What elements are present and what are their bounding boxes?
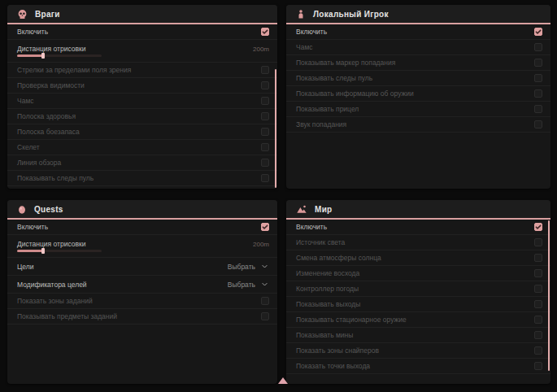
row-world-enable[interactable]: Включить: [286, 220, 550, 235]
setting-label: Стрелки за пределами поля зрения: [17, 66, 131, 74]
setting-label: Показывать предметы заданий: [17, 312, 117, 320]
checkbox-unchecked[interactable]: [534, 346, 542, 355]
checkbox-unchecked[interactable]: [534, 105, 542, 113]
setting-label: Включить: [17, 28, 48, 36]
checkbox-unchecked[interactable]: [534, 300, 542, 308]
target-modifiers-select[interactable]: Выбрать: [228, 281, 269, 289]
row-player-enable[interactable]: Включить: [286, 24, 550, 40]
setting-label: Показывать следы пуль: [296, 74, 372, 82]
panel-title: Quests: [34, 205, 63, 214]
slider-handle[interactable]: [41, 53, 45, 59]
scrollbar-thumb[interactable]: [548, 220, 550, 371]
checkbox-unchecked[interactable]: [534, 120, 542, 128]
row-quests-items[interactable]: Показывать предметы заданий: [7, 309, 277, 324]
setting-label: Линия обзора: [17, 159, 61, 167]
row-world-sun-atmosphere[interactable]: Смена атмосферы солнца: [286, 250, 550, 266]
panel-local-player: Локальный Игрок Включить Чамс Показывать…: [286, 5, 550, 189]
row-enemies-bullet-traces[interactable]: Показывать следы пуль: [7, 171, 277, 186]
row-player-hit-sound[interactable]: Звук попадания: [286, 117, 550, 133]
setting-label: Дистанция отрисовки: [17, 240, 86, 248]
row-enemies-line-of-sight[interactable]: Линия обзора: [7, 155, 277, 171]
row-world-stationary-weapons[interactable]: Показывать стационарное оружие: [286, 312, 550, 328]
setting-label: Скелет: [17, 143, 40, 151]
slider-value: 200m: [253, 46, 269, 53]
setting-label: Изменение восхода: [296, 269, 359, 277]
row-world-weather-controller[interactable]: Контроллер погоды: [286, 281, 550, 297]
draw-distance-slider[interactable]: [17, 54, 102, 57]
setting-label: Показывать мины: [296, 331, 353, 339]
checkbox-unchecked[interactable]: [534, 316, 542, 324]
checkbox-unchecked[interactable]: [261, 97, 269, 105]
checkbox-unchecked[interactable]: [261, 128, 269, 136]
checkbox-unchecked[interactable]: [534, 269, 542, 277]
draw-distance-slider[interactable]: [17, 250, 102, 252]
checkbox-checked[interactable]: [534, 28, 542, 36]
slider-fill: [17, 54, 43, 57]
row-player-chams[interactable]: Чамс: [286, 40, 550, 55]
row-player-hit-marker[interactable]: Показывать маркер попадания: [286, 55, 550, 71]
setting-label: Чамс: [17, 97, 34, 105]
row-world-light-source[interactable]: Источник света: [286, 235, 550, 250]
checkbox-checked[interactable]: [261, 223, 269, 231]
row-enemies-ammo-bar[interactable]: Полоска боезапаса: [7, 124, 277, 140]
row-player-bullet-traces[interactable]: Показывать следы пуль: [286, 71, 550, 86]
checkbox-unchecked[interactable]: [534, 43, 542, 51]
setting-label: Дистанция отрисовки: [17, 45, 86, 53]
checkbox-unchecked[interactable]: [534, 331, 542, 339]
row-world-sniper-zones[interactable]: Показать зоны снайперов: [286, 343, 550, 359]
row-enemies-draw-distance: Дистанция отрисовки 200m: [7, 40, 277, 63]
checkbox-unchecked[interactable]: [534, 89, 542, 98]
setting-label: Показать зоны заданий: [17, 297, 93, 305]
row-quests-zones[interactable]: Показать зоны заданий: [7, 294, 277, 309]
row-player-crosshair[interactable]: Показывать прицел: [286, 102, 550, 117]
checkbox-unchecked[interactable]: [534, 238, 542, 246]
slider-value: 200m: [253, 241, 269, 248]
checkbox-unchecked[interactable]: [534, 254, 542, 262]
row-quests-enable[interactable]: Включить: [7, 220, 277, 235]
checkbox-unchecked[interactable]: [261, 159, 269, 167]
row-player-weapon-info[interactable]: Показывать информацию об оружии: [286, 86, 550, 102]
scrollbar-thumb[interactable]: [275, 69, 276, 188]
panel-title: Враги: [35, 10, 60, 19]
panel-enemies: Враги Включить Дистанция отрисовки 200m …: [7, 5, 277, 189]
row-enemies-offscreen-arrows[interactable]: Стрелки за пределами поля зрения: [7, 63, 277, 78]
row-enemies-enable[interactable]: Включить: [7, 24, 277, 40]
checkbox-checked[interactable]: [534, 223, 542, 231]
row-world-sunrise-change[interactable]: Изменение восхода: [286, 266, 550, 281]
checkbox-unchecked[interactable]: [534, 59, 542, 67]
checkbox-unchecked[interactable]: [261, 312, 269, 320]
slider-handle[interactable]: [41, 248, 45, 254]
targets-select[interactable]: Выбрать: [228, 263, 269, 271]
checkbox-unchecked[interactable]: [261, 112, 269, 120]
panel-quests-header: Quests: [7, 200, 277, 220]
checkbox-unchecked[interactable]: [261, 174, 269, 182]
setting-label: Полоска здоровья: [17, 112, 76, 120]
select-value: Выбрать: [228, 263, 255, 271]
row-enemies-health-bar[interactable]: Полоска здоровья: [7, 109, 277, 124]
setting-label: Источник света: [296, 238, 345, 246]
setting-label: Включить: [296, 28, 327, 36]
row-enemies-chams[interactable]: Чамс: [7, 94, 277, 109]
person-icon: [296, 9, 306, 20]
row-enemies-skeleton[interactable]: Скелет: [7, 140, 277, 155]
row-enemies-visibility-check[interactable]: Проверка видимости: [7, 78, 277, 94]
checkbox-unchecked[interactable]: [261, 297, 269, 305]
row-quests-target-modifiers: Модификатора целей Выбрать: [7, 276, 277, 294]
setting-label: Полоска боезапаса: [17, 128, 80, 136]
setting-label: Модификатора целей: [17, 281, 87, 289]
setting-label: Проверка видимости: [17, 81, 85, 89]
row-world-mines[interactable]: Показывать мины: [286, 328, 550, 343]
checkbox-unchecked[interactable]: [534, 362, 542, 370]
checkbox-unchecked[interactable]: [261, 81, 269, 89]
row-world-exits[interactable]: Показывать выходы: [286, 297, 550, 312]
panel-title: Локальный Игрок: [313, 10, 389, 19]
setting-label: Показывать следы пуль: [17, 174, 94, 182]
checkbox-unchecked[interactable]: [534, 74, 542, 82]
panel-local-player-header: Локальный Игрок: [286, 5, 550, 24]
checkbox-unchecked[interactable]: [534, 285, 542, 293]
checkbox-checked[interactable]: [261, 28, 269, 36]
setting-label: Показывать выходы: [296, 300, 360, 308]
row-world-exit-points[interactable]: Показать точки выхода: [286, 359, 550, 374]
checkbox-unchecked[interactable]: [261, 66, 269, 74]
checkbox-unchecked[interactable]: [261, 143, 269, 151]
